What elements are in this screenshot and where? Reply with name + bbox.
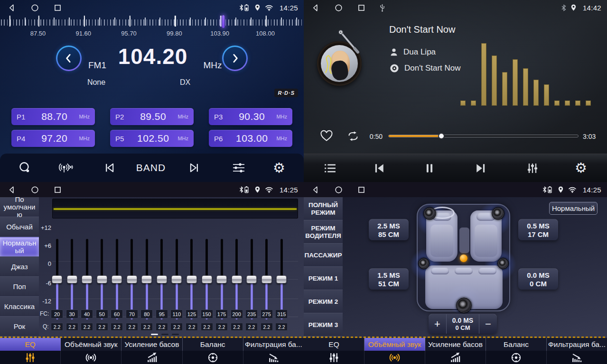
eq-band-slider[interactable] [216,239,227,319]
increase-delay-button[interactable]: + [429,314,446,334]
fc-value-box[interactable]: 70 [126,309,138,318]
slider-knob[interactable] [112,275,122,283]
recents-icon[interactable] [53,185,62,194]
delay-mode-item[interactable]: РЕЖИМ 2 [304,290,343,313]
q-value-box[interactable]: 2.2 [96,323,108,331]
playlist-button[interactable] [319,158,340,179]
settings-button[interactable]: ⚙ [570,158,591,179]
q-value-box[interactable]: 2.2 [186,323,198,331]
fc-value-box[interactable]: 30 [66,309,78,318]
slider-knob[interactable] [127,275,137,283]
delay-preset-button[interactable]: Нормальный [549,202,598,215]
tab-icon-bass-boost[interactable] [425,351,486,364]
q-value-box[interactable]: 2.2 [170,323,183,331]
rear-left-delay-button[interactable]: 1.5 MS 51 CM [369,268,409,290]
subwoofer-icon[interactable] [456,298,472,313]
back-icon[interactable] [8,3,17,12]
front-right-delay-button[interactable]: 0.5 MS 17 CM [518,219,558,240]
eq-band-slider[interactable] [276,239,287,319]
delay-mode-item[interactable]: РЕЖИМ 3 [304,313,343,337]
rear-left-speaker-icon[interactable] [418,258,430,269]
page-indicator-dash[interactable] [172,334,179,335]
favorite-heart-icon[interactable] [319,129,334,142]
tab-icon-balance[interactable] [486,351,547,364]
tab-icon-surround-sound[interactable] [61,351,121,364]
settings-button[interactable]: ⚙ [269,157,289,178]
tab-filter[interactable]: Фильтрация ба... [243,338,304,351]
eq-band-slider[interactable] [141,239,152,319]
q-value-box[interactable]: 2.2 [140,323,153,331]
tab-bass-boost[interactable]: Усиление басов [425,338,486,351]
eq-band-slider[interactable] [82,239,92,319]
tab-filter[interactable]: Фильтрация ба... [547,338,607,351]
eq-band-slider[interactable] [187,239,197,319]
eq-band-slider[interactable] [127,239,137,319]
eq-band-slider[interactable] [261,239,272,319]
recents-icon[interactable] [357,185,366,194]
fc-value-box[interactable]: 235 [245,309,258,318]
stations-list-button[interactable] [56,157,77,178]
tuning-pointer[interactable] [222,15,224,28]
eq-preset-item[interactable]: Обычай [0,217,39,237]
fc-value-box[interactable]: 275 [261,309,273,318]
previous-station-button[interactable] [99,157,120,178]
eq-band-slider[interactable] [246,239,257,319]
home-icon[interactable] [30,3,39,12]
back-icon[interactable] [311,185,320,194]
tab-surround-sound[interactable]: Объёмный звук [364,338,425,351]
eq-band-slider[interactable] [232,239,242,319]
repeat-icon[interactable] [346,131,360,142]
preset-P3[interactable]: P390.30MHz [209,108,292,125]
q-value-box[interactable]: 2.2 [245,323,258,331]
delay-mode-item[interactable]: РЕЖИМ 1 [304,267,343,290]
tab-balance[interactable]: Баланс [486,338,547,351]
fc-value-box[interactable]: 20 [51,309,63,318]
slider-knob[interactable] [216,275,227,283]
home-icon[interactable] [334,185,343,194]
preset-P5[interactable]: P5102.50MHz [110,130,194,147]
q-value-box[interactable]: 2.2 [201,323,213,331]
eq-band-slider[interactable] [67,239,77,319]
fc-value-box[interactable]: 200 [231,309,243,318]
fc-value-box[interactable]: 60 [111,309,123,318]
slider-knob[interactable] [82,275,92,283]
delay-mode-item[interactable]: ПАССАЖИР [304,244,343,267]
slider-knob[interactable] [141,275,152,283]
front-right-speaker-icon[interactable] [492,207,504,220]
fc-value-box[interactable]: 110 [170,309,183,318]
front-left-delay-button[interactable]: 2.5 MS 85 CM [369,219,409,240]
tab-icon-filter[interactable] [547,351,607,364]
tab-icon-surround-sound[interactable] [364,351,425,364]
q-value-box[interactable]: 2.2 [126,323,138,331]
slider-knob[interactable] [97,275,107,283]
next-track-button[interactable] [470,158,491,179]
recents-icon[interactable] [357,3,366,12]
tab-eq-sliders[interactable]: EQ [304,338,364,351]
eq-band-slider[interactable] [202,239,212,319]
q-value-box[interactable]: 2.2 [275,323,288,331]
q-value-box[interactable]: 2.2 [215,323,228,331]
preset-P6[interactable]: P6103.00MHz [209,130,292,147]
slider-knob[interactable] [52,275,62,283]
tab-icon-filter[interactable] [243,351,304,364]
delay-mode-item[interactable]: РЕЖИМ ВОДИТЕЛЯ [304,220,343,244]
fc-value-box[interactable]: 125 [186,309,198,318]
eq-band-slider[interactable] [171,239,182,319]
fc-value-box[interactable]: 175 [215,309,228,318]
slider-knob[interactable] [171,275,182,283]
seek-down-button[interactable] [56,46,82,71]
q-value-box[interactable]: 2.2 [111,323,123,331]
q-value-box[interactable]: 2.2 [81,323,93,331]
tab-icon-balance[interactable] [183,351,243,364]
next-station-button[interactable] [184,157,205,178]
home-icon[interactable] [30,185,39,194]
fc-value-box[interactable]: 50 [96,309,108,318]
rear-right-delay-button[interactable]: 0.0 MS 0 CM [518,268,558,290]
q-value-box[interactable]: 2.2 [66,323,78,331]
fc-value-box[interactable]: 315 [275,309,288,318]
back-icon[interactable] [8,185,17,194]
q-value-box[interactable]: 2.2 [261,323,273,331]
preset-P1[interactable]: P188.70MHz [11,108,95,125]
band-button[interactable]: BAND [130,157,172,178]
q-value-box[interactable]: 2.2 [156,323,168,331]
